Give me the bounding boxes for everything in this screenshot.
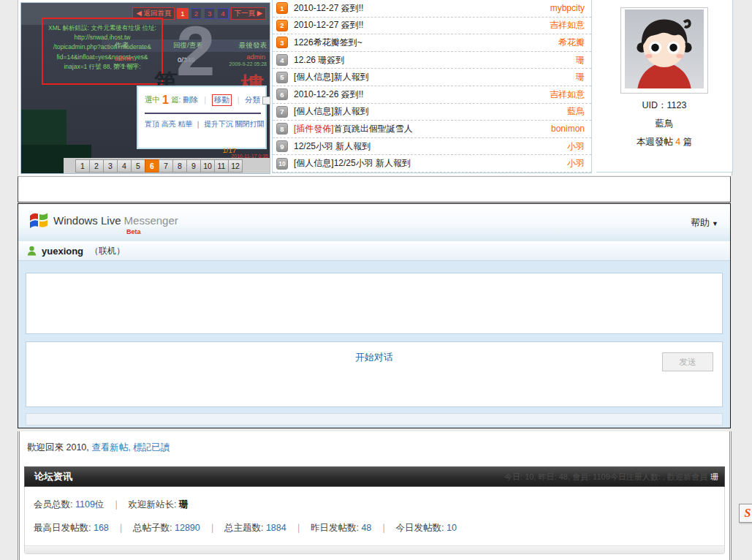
view-new-posts-link[interactable]: 查看新帖 [91, 442, 128, 453]
stat-label: 总主题数: [224, 523, 266, 533]
empty-content-strip [18, 176, 731, 203]
page-box: 1 [75, 159, 90, 173]
topic-author-link[interactable]: 希花瓣 [558, 37, 585, 49]
messenger-status-bar [26, 413, 723, 425]
contact-status: （联机） [90, 245, 125, 257]
newest-member-name: 珊 [710, 472, 718, 481]
topic-title-link[interactable]: 12.26 珊簽到 [294, 54, 570, 67]
thread-author-date: 2009-9-22 [113, 63, 137, 68]
messenger-logo: Windows Live Messenger [29, 211, 178, 229]
chevron-down-icon: ▼ [712, 220, 718, 227]
week-posts: 本週發帖 4 篇 [596, 136, 732, 148]
topic-title-link[interactable]: 1226希花瓣签到~ [294, 37, 552, 49]
start-chat-link[interactable]: 开始对话 [26, 351, 722, 364]
topic-row: 5 [個人信息]新人報到 珊 [273, 69, 591, 86]
forum-info-summary: 今日: 10, 昨日: 48, 會員: 1109今日注册人数: , 歡迎新會員珊 [504, 472, 724, 483]
stat-label: 总帖子数: [133, 523, 175, 533]
topic-author-link[interactable]: 小羽 [567, 157, 585, 170]
messenger-body: 开始对话 发送 [18, 261, 730, 428]
thread-last-poster: admin [246, 53, 265, 61]
new-admin-name: 珊 [179, 499, 189, 510]
stat-label: 会员总数: [34, 499, 75, 510]
error-line: http://snwad.ihost.tw [43, 33, 162, 42]
thread-author: admin [115, 54, 134, 62]
separator: ｜ [112, 499, 121, 510]
topic-title-link[interactable]: 12/25小羽 新人報到 [294, 140, 561, 153]
topic-author-link[interactable]: 吉祥如意 [550, 88, 585, 101]
conversation-area [26, 273, 723, 334]
topic-title-link[interactable]: [個人信息]新人報到 [294, 105, 561, 118]
avatar [620, 7, 708, 94]
forum-info-summary-text: 今日: 10, 昨日: 48, 會員: 1109今日注册人数: , 歡迎新會員 [504, 472, 707, 481]
stats-row-members: 会员总数: 1109位 ｜ 欢迎新站长: 珊 [25, 487, 724, 511]
col-author: 作者 [115, 41, 129, 50]
week-posts-label: 本週發帖 [637, 137, 673, 147]
thread-last-date: 2009-9-22 05:28 [229, 61, 267, 67]
page-box: 9 [186, 159, 201, 173]
topic-row: 9 12/25小羽 新人報到 小羽 [273, 138, 591, 156]
topic-author-link[interactable]: 藍鳥 [567, 105, 585, 118]
topic-title-link[interactable]: [個人信息]12/25小羽 新人報到 [294, 157, 561, 170]
week-posts-count: 4 [675, 137, 680, 147]
topic-author-link[interactable]: mybpcity [550, 3, 585, 13]
separator: ｜ [379, 523, 388, 533]
page-box: 12 [228, 159, 243, 173]
selected-label: 選中 [145, 95, 160, 105]
topic-category-tag: [插件發佈] [294, 124, 334, 134]
page-box: 3 [103, 159, 118, 173]
classify-link: 分類 [245, 95, 260, 105]
topic-row: 6 2010-12-26 簽到!! 吉祥如意 [273, 86, 591, 104]
stat-value: 1109 [75, 499, 95, 510]
topic-row: 4 12.26 珊簽到 珊 [273, 52, 591, 69]
mark-read-link[interactable]: 標記已讀 [133, 442, 170, 453]
topic-author-link[interactable]: 珊 [576, 71, 585, 83]
topic-title-link[interactable]: [插件發佈]首頁跳出個聖誕雪人 [294, 123, 545, 135]
help-label: 帮助 [691, 217, 710, 228]
help-menu[interactable]: 帮助▼ [691, 216, 718, 230]
topic-row: 3 1226希花瓣签到~ 希花瓣 [273, 34, 591, 52]
topic-author-link[interactable]: 吉祥如意 [550, 19, 585, 31]
top-strip: ◀ 返回首頁 1 2 3 4 下一頁 ▶ XML 解析錯誤: 文件元素後有垃圾 … [18, 0, 732, 175]
brand-messenger: Messenger [124, 214, 178, 227]
forum-section: 歡迎回來 2010, 查看新帖, 標記已讀 论坛资讯 今日: 10, 昨日: 4… [18, 431, 732, 560]
topic-row: 7 [個人信息]新人報到 藍鳥 [273, 104, 591, 121]
messenger-panel: Windows Live Messenger Beta 帮助▼ yuexiong… [18, 203, 731, 428]
delete-link: 刪除 [183, 95, 198, 105]
topic-author-link[interactable]: 小羽 [567, 140, 585, 153]
stat-label: 最高日发帖数: [34, 523, 94, 533]
selected-unit: 篇: [171, 95, 181, 105]
forum-screenshot-image: ◀ 返回首頁 1 2 3 4 下一頁 ▶ XML 解析錯誤: 文件元素後有垃圾 … [20, 2, 270, 174]
error-line: XML 解析錯誤: 文件元素後有垃圾 位址: [43, 23, 162, 33]
week-posts-unit: 篇 [683, 137, 693, 147]
stat-label: 欢迎新站长: [129, 499, 179, 510]
username: 藍鳥 [596, 118, 732, 130]
topic-title-link[interactable]: 2010-12-26 簽到!! [294, 88, 544, 101]
avatar-image [625, 10, 704, 88]
separator: ｜ [294, 523, 303, 533]
stat-label: 昨日发帖数: [311, 523, 361, 533]
topic-title-link[interactable]: 2010-12-27 簽到!! [294, 19, 544, 31]
error-line: /topicadmin.php?action=moderate& [43, 42, 162, 52]
error-line: inajax=1 行號 88, 第 1 個字: [43, 62, 162, 72]
topic-author-link[interactable]: 珊 [576, 54, 585, 67]
messenger-header: Windows Live Messenger Beta 帮助▼ [18, 204, 730, 241]
page-box: 4 [117, 159, 132, 173]
floor-number: 2 [176, 16, 215, 86]
topic-row: 10 [個人信息]12/25小羽 新人報到 小羽 [273, 155, 591, 173]
latest-topics-list: 1 2010-12-27 簽到!! mybpcity 2 2010-12-27 … [272, 0, 592, 173]
rank-badge: 3 [276, 37, 288, 48]
separator: ｜ [235, 95, 242, 105]
rank-badge: 8 [276, 123, 288, 135]
share-sidebar-button[interactable]: S [739, 504, 752, 523]
forum-info-bar: 论坛资讯 今日: 10, 昨日: 48, 會員: 1109今日注册人数: , 歡… [24, 466, 725, 487]
send-button[interactable]: 发送 [662, 352, 713, 371]
moderation-actions-row: 置頂 高亮 精華 ｜ 提升下沉 關閉打開 [145, 119, 261, 129]
stat-suffix: 位 [95, 499, 105, 510]
screenshot-dark-block [21, 110, 67, 145]
topic-title-link[interactable]: 2010-12-27 簽到!! [294, 2, 544, 15]
page-box: 7 [159, 159, 173, 173]
topic-author-link[interactable]: bonimon [551, 124, 585, 134]
topic-title-link[interactable]: [個人信息]新人報到 [294, 71, 570, 83]
uid-label: UID：1123 [596, 99, 732, 112]
message-input-area[interactable]: 开始对话 发送 [26, 341, 723, 407]
